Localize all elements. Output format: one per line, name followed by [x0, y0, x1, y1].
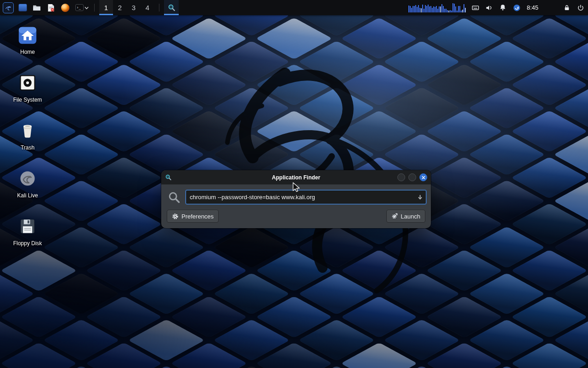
preferences-label: Preferences	[181, 213, 214, 220]
file-manager-launcher[interactable]	[17, 2, 28, 13]
terminal-launcher[interactable]	[74, 2, 90, 13]
launch-icon	[391, 213, 398, 219]
workspace-switcher: 1 2 3 4	[99, 0, 154, 15]
maximize-button[interactable]	[408, 173, 416, 181]
desktop-icon-kali-live[interactable]: Kali Live	[0, 167, 55, 215]
application-finder-task-icon	[168, 4, 175, 12]
chevron-down-icon	[85, 6, 89, 10]
desktop-icon-label: Home	[20, 49, 35, 55]
file-manager-icon	[18, 4, 27, 12]
application-finder-window: Application Finder	[161, 170, 431, 228]
trash-icon	[17, 120, 39, 142]
desktop-icon-file-system[interactable]: File System	[0, 72, 55, 120]
workspace-2[interactable]: 2	[113, 0, 127, 15]
desktop-icon-trash[interactable]: Trash	[0, 120, 55, 167]
command-entry[interactable]	[186, 190, 426, 204]
volume-icon[interactable]	[485, 3, 494, 12]
firefox-launcher[interactable]	[60, 2, 71, 13]
workspace-4[interactable]: 4	[141, 0, 154, 15]
close-icon	[422, 176, 425, 179]
panel-spacer	[544, 7, 558, 8]
kali-logo-icon	[3, 2, 14, 13]
logout-icon[interactable]	[576, 3, 585, 12]
desktop-icon-list: Home File System Trash	[0, 24, 55, 263]
desktop-icon-label: Floppy Disk	[13, 240, 42, 247]
gear-icon	[172, 213, 179, 220]
desktop-icon-label: File System	[13, 97, 42, 103]
minimize-button[interactable]	[397, 173, 405, 181]
close-button[interactable]	[419, 173, 427, 181]
launch-button[interactable]: Launch	[386, 210, 425, 223]
dialog-body: Preferences Launch	[161, 184, 431, 228]
clock[interactable]: 8:45	[527, 4, 538, 11]
folder-launcher[interactable]	[31, 2, 42, 13]
home-icon	[17, 24, 39, 46]
desktop: Home File System Trash	[0, 0, 588, 368]
cpu-graph[interactable]	[408, 3, 466, 12]
desktop-icon-floppy-disk[interactable]: Floppy Disk	[0, 215, 55, 263]
desktop-icon-home[interactable]: Home	[0, 24, 55, 72]
workspace-3[interactable]: 3	[127, 0, 141, 15]
kali-live-icon	[17, 167, 39, 190]
file-system-icon	[17, 72, 39, 94]
launch-label: Launch	[401, 213, 420, 220]
preferences-button[interactable]: Preferences	[167, 210, 219, 223]
entry-dropdown-arrow-icon[interactable]	[417, 194, 423, 200]
titlebar[interactable]: Application Finder	[161, 170, 431, 184]
firefox-icon	[61, 4, 69, 12]
notifications-icon[interactable]	[498, 3, 508, 12]
command-input[interactable]	[190, 194, 417, 201]
desktop-icon-label: Trash	[21, 144, 34, 151]
workspace-1[interactable]: 1	[99, 0, 113, 15]
taskbar-application-finder[interactable]	[164, 0, 179, 15]
top-panel: 1 2 3 4	[0, 0, 588, 15]
folder-icon	[33, 4, 41, 12]
panel-separator	[159, 4, 159, 12]
desktop-icon-label: Kali Live	[17, 192, 38, 199]
floppy-disk-icon	[17, 215, 39, 237]
updates-icon[interactable]	[512, 3, 521, 12]
kali-menu-button[interactable]	[3, 2, 14, 13]
lock-icon[interactable]	[562, 3, 571, 12]
keyboard-indicator-icon[interactable]	[471, 3, 480, 12]
window-title: Application Finder	[161, 174, 431, 181]
text-editor-launcher[interactable]	[45, 2, 57, 13]
panel-separator	[94, 4, 95, 12]
text-editor-icon	[47, 4, 55, 12]
search-icon	[168, 191, 181, 204]
window-icon	[165, 174, 172, 181]
terminal-icon	[75, 4, 84, 11]
